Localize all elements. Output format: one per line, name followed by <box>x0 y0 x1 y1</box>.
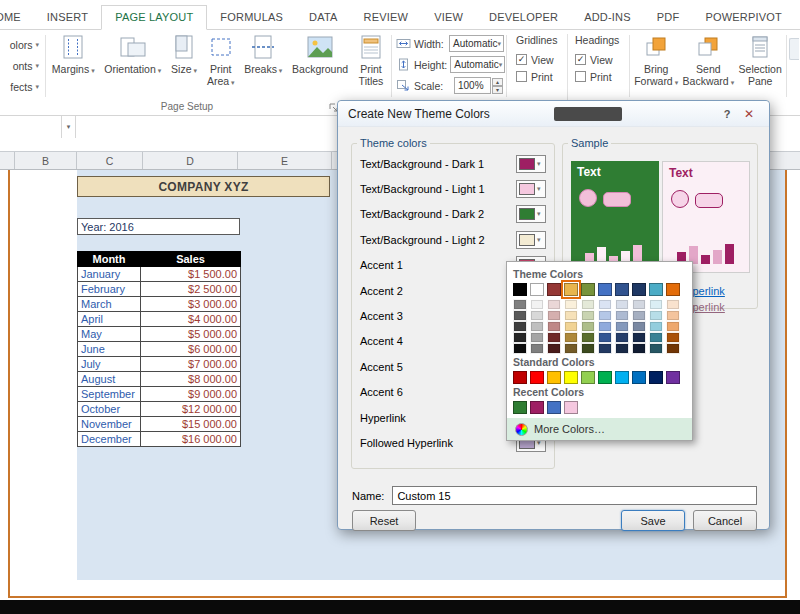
month-cell[interactable]: February <box>78 282 141 297</box>
color-swatch-dropdown-text-background-light-1[interactable]: ▾ <box>516 180 546 198</box>
theme-color-swatch[interactable] <box>581 283 595 296</box>
sales-cell[interactable]: $4 000.00 <box>141 312 241 327</box>
theme-color-swatch[interactable] <box>598 283 612 296</box>
recent-color-swatch[interactable] <box>530 401 544 414</box>
theme-color-variant-swatch[interactable] <box>581 332 595 343</box>
theme-color-swatch[interactable] <box>513 283 527 296</box>
tab-review[interactable]: REVIEW <box>351 6 422 29</box>
theme-color-variant-swatch[interactable] <box>547 310 561 321</box>
theme-color-swatch[interactable] <box>547 283 561 296</box>
theme-color-variant-swatch[interactable] <box>649 332 663 343</box>
orientation-button[interactable]: Orientation ▾ <box>100 32 167 79</box>
tab-pdf[interactable]: PDF <box>644 6 693 29</box>
standard-color-swatch[interactable] <box>513 371 527 384</box>
scale-spinner[interactable]: 100%▴▾ <box>454 77 504 94</box>
theme-color-variant-swatch[interactable] <box>564 299 578 310</box>
theme-color-swatch[interactable] <box>615 283 629 296</box>
theme-color-variant-swatch[interactable] <box>632 299 646 310</box>
tab-team[interactable]: Team <box>795 6 800 29</box>
background-button[interactable]: Background <box>287 32 353 77</box>
theme-color-variant-swatch[interactable] <box>513 310 527 321</box>
color-swatch-dropdown-text-background-light-2[interactable]: ▾ <box>516 231 546 249</box>
standard-color-swatch[interactable] <box>649 371 663 384</box>
theme-color-variant-swatch[interactable] <box>530 299 544 310</box>
month-cell[interactable]: August <box>78 372 141 387</box>
size-button[interactable]: Size ▾ <box>166 32 202 79</box>
view-checkbox[interactable]: ✓ <box>575 54 586 65</box>
theme-color-variant-swatch[interactable] <box>632 310 646 321</box>
tab-insert[interactable]: INSERT <box>34 6 101 29</box>
theme-color-variant-swatch[interactable] <box>649 299 663 310</box>
theme-color-variant-swatch[interactable] <box>581 299 595 310</box>
theme-color-variant-swatch[interactable] <box>581 343 595 354</box>
month-cell[interactable]: July <box>78 357 141 372</box>
theme-color-variant-swatch[interactable] <box>564 321 578 332</box>
month-cell[interactable]: June <box>78 342 141 357</box>
tab-formulas[interactable]: FORMULAS <box>207 6 296 29</box>
theme-color-variant-swatch[interactable] <box>530 321 544 332</box>
month-cell[interactable]: December <box>78 432 141 447</box>
theme-color-variant-swatch[interactable] <box>598 310 612 321</box>
sales-cell[interactable]: $8 000.00 <box>141 372 241 387</box>
column-header-d[interactable]: D <box>143 152 238 169</box>
theme-color-swatch[interactable] <box>632 283 646 296</box>
recent-color-swatch[interactable] <box>547 401 561 414</box>
tab-home[interactable]: HOME <box>0 6 34 29</box>
save-button[interactable]: Save <box>621 510 685 531</box>
theme-color-variant-swatch[interactable] <box>649 321 663 332</box>
breaks-button[interactable]: Breaks ▾ <box>239 32 287 79</box>
sales-cell[interactable]: $16 000.00 <box>141 432 241 447</box>
sales-cell[interactable]: $6 000.00 <box>141 342 241 357</box>
more-colors-item[interactable]: More Colors… <box>507 418 692 440</box>
theme-color-variant-swatch[interactable] <box>666 310 680 321</box>
standard-color-swatch[interactable] <box>615 371 629 384</box>
print-checkbox[interactable] <box>575 71 586 82</box>
theme-color-variant-swatch[interactable] <box>581 310 595 321</box>
bring-forward-button[interactable]: BringForward ▾ <box>632 32 680 100</box>
theme-color-swatch[interactable] <box>649 283 663 296</box>
theme-color-variant-swatch[interactable] <box>513 321 527 332</box>
theme-color-variant-swatch[interactable] <box>649 343 663 354</box>
theme-color-variant-swatch[interactable] <box>564 343 578 354</box>
theme-color-variant-swatch[interactable] <box>513 343 527 354</box>
width-combobox[interactable]: Automatic▾ <box>449 35 504 52</box>
column-header-e[interactable]: E <box>238 152 332 169</box>
standard-color-swatch[interactable] <box>632 371 646 384</box>
theme-color-variant-swatch[interactable] <box>666 321 680 332</box>
theme-color-variant-swatch[interactable] <box>615 332 629 343</box>
themes-partial-onts[interactable]: onts▾ <box>0 55 44 76</box>
print-checkbox[interactable] <box>516 71 527 82</box>
theme-color-variant-swatch[interactable] <box>632 321 646 332</box>
standard-color-swatch[interactable] <box>547 371 561 384</box>
sales-cell[interactable]: $7 000.00 <box>141 357 241 372</box>
themes-partial-fects[interactable]: fects▾ <box>0 76 44 97</box>
theme-color-variant-swatch[interactable] <box>615 299 629 310</box>
standard-color-swatch[interactable] <box>666 371 680 384</box>
theme-color-variant-swatch[interactable] <box>598 321 612 332</box>
theme-color-variant-swatch[interactable] <box>547 332 561 343</box>
year-cell[interactable]: Year: 2016 <box>77 218 240 235</box>
standard-color-swatch[interactable] <box>564 371 578 384</box>
sales-cell[interactable]: $1 500.00 <box>141 267 241 282</box>
theme-color-variant-swatch[interactable] <box>666 299 680 310</box>
theme-color-variant-swatch[interactable] <box>649 310 663 321</box>
theme-color-variant-swatch[interactable] <box>547 343 561 354</box>
recent-color-swatch[interactable] <box>564 401 578 414</box>
cancel-button[interactable]: Cancel <box>693 510 757 531</box>
theme-color-variant-swatch[interactable] <box>632 343 646 354</box>
theme-color-variant-swatch[interactable] <box>530 332 544 343</box>
margins-button[interactable]: Margins ▾ <box>47 32 100 79</box>
sales-cell[interactable]: $9 000.00 <box>141 387 241 402</box>
tab-data[interactable]: DATA <box>296 6 351 29</box>
spinner-up-icon[interactable]: ▴ <box>492 78 503 86</box>
theme-color-variant-swatch[interactable] <box>581 321 595 332</box>
sales-cell[interactable]: $3 000.00 <box>141 297 241 312</box>
column-header-b[interactable]: B <box>15 152 77 169</box>
sales-cell[interactable]: $2 500.00 <box>141 282 241 297</box>
standard-color-swatch[interactable] <box>581 371 595 384</box>
print-area-button[interactable]: PrintArea ▾ <box>202 32 239 91</box>
theme-color-variant-swatch[interactable] <box>632 332 646 343</box>
tab-powerpivot[interactable]: POWERPIVOT <box>692 6 795 29</box>
name-box-dropdown-icon[interactable]: ▾ <box>62 116 76 138</box>
name-box[interactable] <box>0 116 62 138</box>
